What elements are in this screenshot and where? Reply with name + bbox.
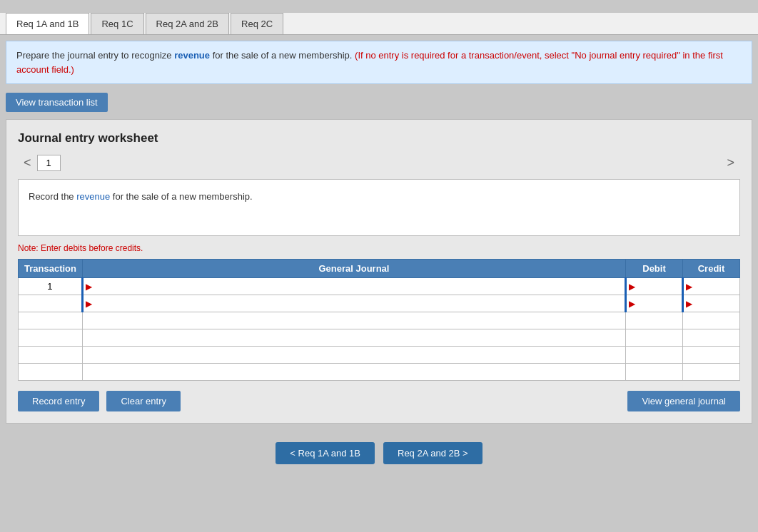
gj-cell-5[interactable] <box>82 347 625 364</box>
debit-cell-4[interactable] <box>626 329 683 347</box>
gj-input-1[interactable] <box>92 278 625 295</box>
col-header-general-journal: General Journal <box>82 260 625 278</box>
tabs-container: Req 1A and 1B Req 1C Req 2A and 2B Req 2… <box>0 13 758 35</box>
table-row: 1 ▶ ▶ ▶ <box>19 278 740 295</box>
gj-indicator-1: ▶ <box>84 282 92 292</box>
tab-req1a1b[interactable]: Req 1A and 1B <box>6 13 89 34</box>
transaction-number-2 <box>19 295 83 312</box>
tab-req2c[interactable]: Req 2C <box>231 13 283 34</box>
debit-cell-2[interactable]: ▶ <box>626 295 683 312</box>
credit-cell-2[interactable]: ▶ <box>683 295 740 312</box>
credit-indicator-1: ▶ <box>684 282 692 292</box>
record-entry-button[interactable]: Record entry <box>18 391 99 411</box>
tab-req2a2b[interactable]: Req 2A and 2B <box>146 13 229 34</box>
debit-input-3[interactable] <box>626 312 682 329</box>
tab-req1c[interactable]: Req 1C <box>91 13 143 34</box>
bottom-nav: < Req 1A and 1B Req 2A and 2B > <box>0 435 758 479</box>
transaction-number-5 <box>19 347 83 364</box>
instructions-box: Prepare the journal entry to recognize r… <box>6 41 752 84</box>
credit-cell-4[interactable] <box>683 329 740 347</box>
gj-indicator-2: ▶ <box>84 299 92 309</box>
credit-input-5[interactable] <box>683 347 739 363</box>
note-text: Note: Enter debits before credits. <box>18 243 740 253</box>
transaction-number-6 <box>19 364 83 381</box>
credit-input-4[interactable] <box>683 329 739 346</box>
gj-cell-3[interactable] <box>82 312 625 329</box>
view-general-journal-button[interactable]: View general journal <box>627 391 740 411</box>
worksheet-container: Journal entry worksheet < 1 > Record the… <box>6 119 752 424</box>
buttons-row: Record entry Clear entry View general jo… <box>18 391 740 411</box>
top-bar <box>0 0 758 13</box>
table-row <box>19 312 740 329</box>
nav-row: < 1 > <box>18 154 740 172</box>
debit-cell-5[interactable] <box>626 347 683 364</box>
debit-indicator-1: ▶ <box>627 282 635 292</box>
credit-input-3[interactable] <box>683 312 739 329</box>
transaction-number-4 <box>19 329 83 347</box>
credit-cell-6[interactable] <box>683 364 740 381</box>
view-transaction-button[interactable]: View transaction list <box>6 93 108 112</box>
debit-input-4[interactable] <box>626 329 682 346</box>
transaction-number-3 <box>19 312 83 329</box>
transaction-number-1: 1 <box>19 278 83 295</box>
nav-prev-button[interactable]: < <box>18 154 37 172</box>
col-header-debit: Debit <box>626 260 683 278</box>
instructions-paren: (If no entry is required for a transacti… <box>16 50 723 75</box>
debit-cell-1[interactable]: ▶ <box>626 278 683 295</box>
clear-entry-button[interactable]: Clear entry <box>106 391 181 411</box>
highlight-revenue: revenue <box>174 50 210 61</box>
journal-table: Transaction General Journal Debit Credit… <box>18 259 740 381</box>
gj-cell-6[interactable] <box>82 364 625 381</box>
table-row: ▶ ▶ ▶ <box>19 295 740 312</box>
debit-input-1[interactable] <box>635 278 682 295</box>
table-row <box>19 329 740 347</box>
description-box: Record the revenue for the sale of a new… <box>18 179 740 236</box>
credit-cell-5[interactable] <box>683 347 740 364</box>
worksheet-title: Journal entry worksheet <box>18 131 740 145</box>
description-revenue: revenue <box>76 191 110 202</box>
prev-nav-button[interactable]: < Req 1A and 1B <box>276 442 375 464</box>
debit-indicator-2: ▶ <box>627 299 635 309</box>
table-row <box>19 347 740 364</box>
credit-input-1[interactable] <box>692 278 739 295</box>
gj-cell-1[interactable]: ▶ <box>82 278 625 295</box>
debit-input-5[interactable] <box>626 347 682 363</box>
table-row <box>19 364 740 381</box>
gj-input-4[interactable] <box>83 329 625 346</box>
gj-input-6[interactable] <box>83 364 625 380</box>
col-header-credit: Credit <box>683 260 740 278</box>
nav-next-button[interactable]: > <box>721 154 740 172</box>
next-nav-button[interactable]: Req 2A and 2B > <box>383 442 482 464</box>
debit-cell-3[interactable] <box>626 312 683 329</box>
debit-cell-6[interactable] <box>626 364 683 381</box>
credit-cell-1[interactable]: ▶ <box>683 278 740 295</box>
debit-input-2[interactable] <box>635 295 682 312</box>
credit-indicator-2: ▶ <box>684 299 692 309</box>
nav-page-number: 1 <box>37 155 61 171</box>
gj-input-3[interactable] <box>83 312 625 329</box>
gj-input-2[interactable] <box>92 295 625 312</box>
credit-input-6[interactable] <box>683 364 739 380</box>
gj-input-5[interactable] <box>83 347 625 363</box>
gj-cell-2[interactable]: ▶ <box>82 295 625 312</box>
table-header-row: Transaction General Journal Debit Credit <box>19 260 740 278</box>
debit-input-6[interactable] <box>626 364 682 380</box>
credit-cell-3[interactable] <box>683 312 740 329</box>
col-header-transaction: Transaction <box>19 260 83 278</box>
gj-cell-4[interactable] <box>82 329 625 347</box>
credit-input-2[interactable] <box>692 295 739 312</box>
